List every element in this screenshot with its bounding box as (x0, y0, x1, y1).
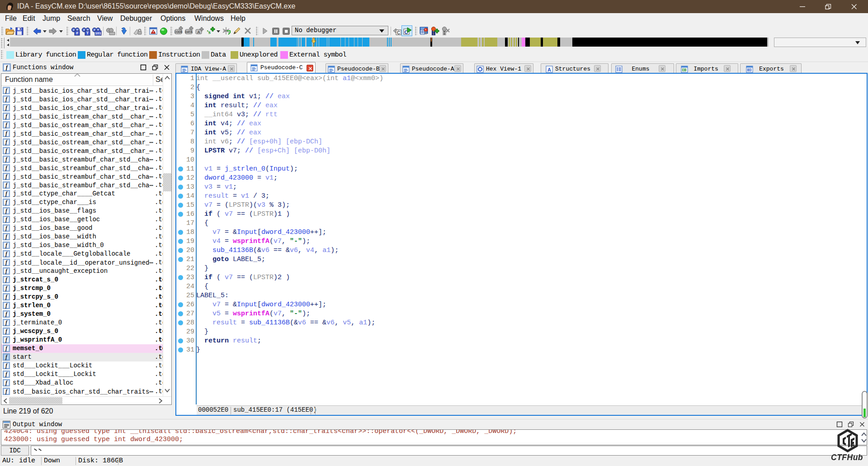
svg-text:DATA: DATA (185, 30, 193, 33)
svg-text:’s: ’s (207, 29, 211, 35)
svg-text:#: # (76, 31, 78, 35)
svg-text:101: 101 (95, 31, 101, 35)
svg-text:A: A (197, 30, 200, 34)
svg-text:C: C (397, 30, 400, 35)
svg-text:CODE: CODE (175, 30, 183, 33)
svg-text:T: T (86, 31, 89, 35)
svg-text:A: A (547, 67, 551, 72)
